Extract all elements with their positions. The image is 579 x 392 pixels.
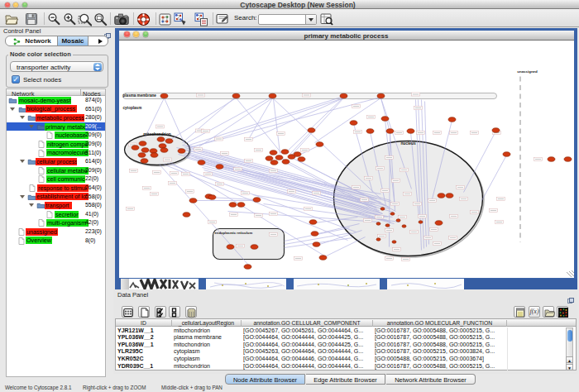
svg-text:mitochondrion: mitochondrion [143, 131, 171, 136]
svg-text:endoplasmic reticulum: endoplasmic reticulum [214, 230, 252, 234]
svg-text:nucleus: nucleus [400, 141, 415, 145]
svg-text:cytoplasm: cytoplasm [122, 105, 141, 109]
svg-text:plasma membrane: plasma membrane [122, 93, 156, 98]
svg-text:unassigned: unassigned [517, 69, 538, 73]
